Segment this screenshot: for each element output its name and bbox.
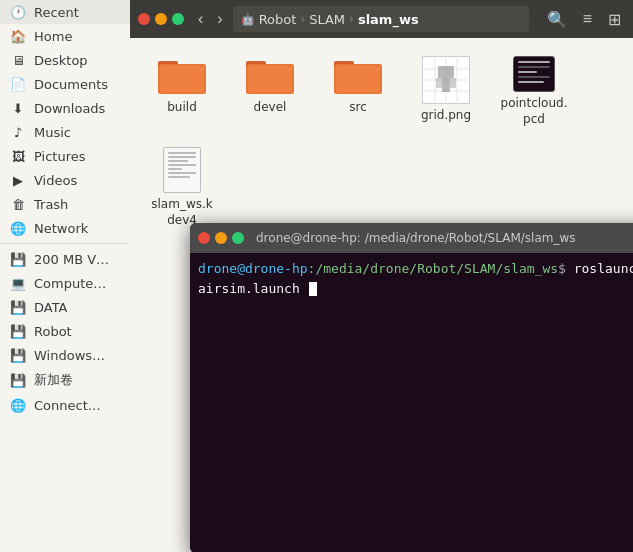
list-view-button[interactable]: ≡ [579, 8, 596, 30]
file-label-devel: devel [254, 100, 287, 116]
pictures-icon: 🖼 [10, 148, 26, 164]
toolbar-right: 🔍 ≡ ⊞ [543, 8, 625, 31]
titlebar: ‹ › 🤖 Robot › SLAM › slam_ws 🔍 ≡ ⊞ [130, 0, 633, 38]
terminal-prompt-line: drone@drone-hp:/media/drone/Robot/SLAM/s… [198, 259, 633, 298]
svg-rect-7 [248, 66, 292, 92]
minimize-button[interactable] [155, 13, 167, 25]
svg-rect-3 [160, 66, 204, 92]
file-item-grid-png[interactable]: grid.png [406, 50, 486, 133]
connect-icon: 🌐 [10, 397, 26, 413]
close-button[interactable] [138, 13, 150, 25]
terminal-title: drone@drone-hp: /media/drone/Robot/SLAM/… [256, 231, 576, 245]
terminal-close-button[interactable] [198, 232, 210, 244]
file-item-devel[interactable]: devel [230, 50, 310, 133]
file-area: build devel src [130, 38, 633, 552]
file-item-pointcloud[interactable]: pointcloud.pcd [494, 50, 574, 133]
sidebar-item-home[interactable]: 🏠 Home [0, 24, 130, 48]
window-controls [138, 13, 184, 25]
terminal-body[interactable]: drone@drone-hp:/media/drone/Robot/SLAM/s… [190, 253, 633, 552]
file-item-build[interactable]: build [142, 50, 222, 133]
back-button[interactable]: ‹ [194, 8, 207, 30]
documents-icon: 📄 [10, 76, 26, 92]
svg-rect-22 [450, 78, 456, 88]
svg-rect-11 [336, 66, 380, 92]
pointcloud-icon [513, 56, 555, 92]
sidebar-item-network[interactable]: 🌐 Network [0, 216, 130, 240]
search-button[interactable]: 🔍 [543, 8, 571, 31]
sidebar-item-xinjuan[interactable]: 💾 新加卷 [0, 367, 130, 393]
music-icon: ♪ [10, 124, 26, 140]
recent-icon: 🕐 [10, 4, 26, 20]
grid-view-button[interactable]: ⊞ [604, 8, 625, 31]
svg-rect-19 [438, 66, 454, 78]
sidebar-item-recent[interactable]: 🕐 Recent [0, 0, 130, 24]
sidebar-item-videos[interactable]: ▶ Videos [0, 168, 130, 192]
terminal-maximize-button[interactable] [232, 232, 244, 244]
breadcrumb-slam[interactable]: SLAM [309, 12, 345, 27]
folder-icon-src [334, 56, 382, 96]
sidebar-item-trash[interactable]: 🗑 Trash [0, 192, 130, 216]
sidebar-item-windows[interactable]: 💾 Windows… [0, 343, 130, 367]
file-item-src[interactable]: src [318, 50, 398, 133]
sidebar-item-data[interactable]: 💾 DATA [0, 295, 130, 319]
sidebar: 🕐 Recent 🏠 Home 🖥 Desktop 📄 Documents ⬇ … [0, 0, 130, 552]
svg-rect-21 [436, 78, 442, 88]
sidebar-item-music[interactable]: ♪ Music [0, 120, 130, 144]
sidebar-item-200mb[interactable]: 💾 200 MB V… [0, 247, 130, 271]
downloads-icon: ⬇ [10, 100, 26, 116]
sidebar-item-pictures[interactable]: 🖼 Pictures [0, 144, 130, 168]
sidebar-item-robot[interactable]: 💾 Robot [0, 319, 130, 343]
network-icon: 🌐 [10, 220, 26, 236]
file-label-src: src [349, 100, 367, 116]
compute-icon: 💻 [10, 275, 26, 291]
robot-icon: 💾 [10, 323, 26, 339]
drive-icon: 💾 [10, 251, 26, 267]
folder-icon-build [158, 56, 206, 96]
main-area: ‹ › 🤖 Robot › SLAM › slam_ws 🔍 ≡ ⊞ [130, 0, 633, 552]
maximize-button[interactable] [172, 13, 184, 25]
sidebar-item-compute[interactable]: 💻 Compute… [0, 271, 130, 295]
file-item-kdev4[interactable]: slam_ws.kdev4 [142, 141, 222, 234]
terminal-cursor [309, 282, 317, 296]
breadcrumb-robot[interactable]: 🤖 Robot [241, 12, 297, 27]
videos-icon: ▶ [10, 172, 26, 188]
forward-button[interactable]: › [213, 8, 226, 30]
terminal-dollar: $ [558, 261, 574, 276]
home-icon: 🏠 [10, 28, 26, 44]
sidebar-item-downloads[interactable]: ⬇ Downloads [0, 96, 130, 120]
sidebar-item-documents[interactable]: 📄 Documents [0, 72, 130, 96]
terminal-minimize-button[interactable] [215, 232, 227, 244]
sidebar-item-desktop[interactable]: 🖥 Desktop [0, 48, 130, 72]
grid-png-thumb [422, 56, 470, 104]
windows-icon: 💾 [10, 347, 26, 363]
trash-icon: 🗑 [10, 196, 26, 212]
xinjuan-icon: 💾 [10, 372, 26, 388]
breadcrumb-slam-ws[interactable]: slam_ws [358, 12, 419, 27]
desktop-icon: 🖥 [10, 52, 26, 68]
file-label-build: build [167, 100, 197, 116]
folder-icon-devel [246, 56, 294, 96]
kdev4-icon [163, 147, 201, 193]
data-icon: 💾 [10, 299, 26, 315]
file-label-grid-png: grid.png [421, 108, 471, 124]
terminal-controls [198, 232, 244, 244]
terminal-titlebar: drone@drone-hp: /media/drone/Robot/SLAM/… [190, 223, 633, 253]
terminal-user: drone@drone-hp [198, 261, 308, 276]
breadcrumb: 🤖 Robot › SLAM › slam_ws [233, 6, 529, 32]
terminal-path: :/media/drone/Robot/SLAM/slam_ws [308, 261, 558, 276]
file-label-pointcloud: pointcloud.pcd [500, 96, 568, 127]
sidebar-item-connect[interactable]: 🌐 Connect… [0, 393, 130, 417]
terminal-window: drone@drone-hp: /media/drone/Robot/SLAM/… [190, 223, 633, 552]
svg-rect-20 [442, 78, 450, 92]
